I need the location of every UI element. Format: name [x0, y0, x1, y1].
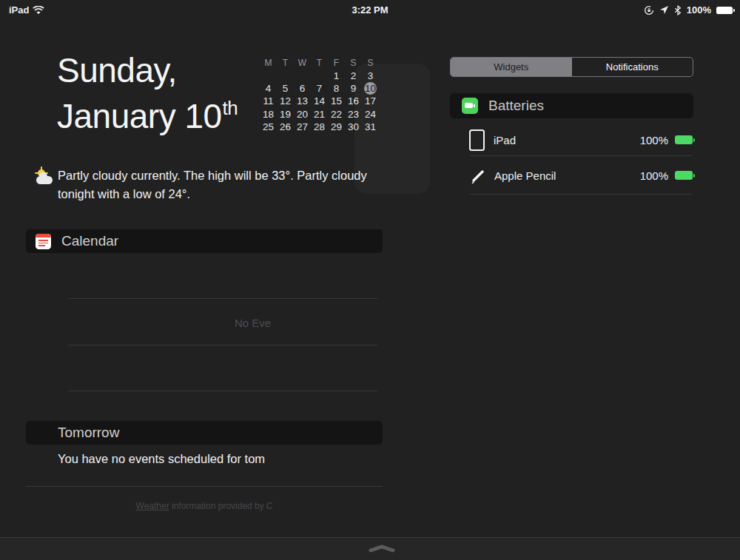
tomorrow-section-header[interactable]: Tomorrow: [26, 421, 383, 445]
calendar-day: 27: [294, 121, 311, 133]
status-time: 3:22 PM: [0, 0, 740, 20]
green-battery-icon: [675, 135, 693, 144]
batteries-widget-header[interactable]: Batteries: [450, 93, 693, 118]
calendar-day: 22: [328, 108, 345, 121]
battery-percent-label: 100%: [687, 4, 711, 16]
calendar-day: 14: [311, 95, 328, 107]
calendar-day: 8: [328, 82, 345, 95]
calendar-day: [277, 69, 294, 81]
calendar-day: 16: [345, 95, 362, 107]
calendar-icon-line: [38, 240, 48, 241]
calendar-day: 29: [328, 121, 345, 133]
weather-summary-line2: tonight with a low of 24°.: [58, 187, 190, 201]
batteries-widget-title: Batteries: [488, 98, 544, 114]
cloud-icon: [36, 176, 53, 184]
orientation-lock-icon: [644, 5, 654, 16]
weather-summary-line1: Partly cloudy currently. The high will b…: [58, 169, 367, 183]
attribution-text: information provided by: [169, 501, 264, 511]
divider: [68, 391, 377, 391]
calendar-icon-strip: [36, 234, 51, 238]
calendar-day: 25: [260, 121, 277, 133]
divider: [68, 298, 377, 299]
calendar-day: 3: [362, 69, 379, 81]
divider: [469, 194, 693, 195]
calendar-day: 4: [260, 82, 277, 95]
divider: [469, 155, 693, 156]
calendar-app-icon: [36, 234, 51, 249]
status-bar: iPad 3:22 PM 100%: [0, 0, 740, 20]
weekday-header: W: [294, 56, 311, 69]
battery-status: 100%: [640, 169, 693, 182]
divider: [26, 486, 383, 487]
calendar-day: 21: [311, 108, 328, 121]
calendar-day: 9: [345, 82, 362, 95]
calendar-widget-title: Calendar: [61, 233, 118, 249]
calendar-day: 15: [328, 95, 345, 107]
tab-notifications[interactable]: Notifications: [572, 58, 693, 76]
tomorrow-message: You have no events scheduled for tomor: [58, 452, 265, 466]
green-battery-icon: [675, 171, 693, 180]
battery-row-apple-pencil: Apple Pencil 100%: [469, 158, 693, 192]
calendar-day: 1: [328, 69, 345, 81]
location-icon: [659, 5, 669, 15]
battery-row-ipad: iPad 100%: [469, 124, 693, 155]
weekday-header: S: [345, 56, 362, 69]
today-date-ordinal: th: [223, 97, 238, 119]
today-notifications-segmented-control: Widgets Notifications: [450, 57, 693, 77]
divider: [68, 345, 377, 345]
calendar-day: [260, 69, 277, 81]
calendar-day: 28: [311, 121, 328, 133]
calendar-day: 2: [345, 69, 362, 81]
weekday-header: M: [260, 56, 277, 69]
calendar-day: 7: [311, 82, 328, 95]
device-name: iPad: [494, 134, 516, 146]
calendar-day: 23: [345, 108, 362, 121]
calendar-widget-header[interactable]: Calendar: [26, 229, 383, 253]
battery-status: 100%: [640, 134, 693, 146]
calendar-day: 6: [294, 82, 311, 95]
battery-percent: 100%: [640, 169, 668, 182]
today-weekday: Sunday,: [57, 50, 177, 90]
tab-widgets[interactable]: Widgets: [451, 58, 572, 76]
no-events-label: No Eve: [235, 317, 271, 329]
notification-center-today-view: iPad 3:22 PM 100% Sunday: [0, 0, 740, 560]
partly-cloudy-icon: [32, 167, 56, 186]
today-date-text: January 10: [57, 97, 222, 135]
calendar-day-selected: 10: [364, 82, 377, 95]
calendar-day: 17: [362, 95, 379, 107]
calendar-day: [311, 69, 328, 81]
calendar-day: 12: [277, 95, 294, 107]
calendar-icon-line: [38, 243, 48, 244]
status-bar-right: 100%: [644, 0, 733, 20]
weather-link[interactable]: Weather: [136, 501, 169, 511]
calendar-day: 11: [260, 95, 277, 107]
calendar-day: 26: [277, 121, 294, 133]
calendar-day: 20: [294, 108, 311, 121]
tomorrow-title: Tomorrow: [58, 425, 119, 441]
calendar-day: 24: [362, 108, 379, 121]
today-date: January 10th: [57, 96, 238, 136]
device-name: Apple Pencil: [494, 169, 556, 182]
batteries-app-icon: [462, 98, 478, 114]
grabber-handle[interactable]: [368, 542, 396, 551]
weekday-header: T: [311, 56, 328, 69]
weather-provider-logo: C: [266, 501, 273, 511]
calendar-day: 30: [345, 121, 362, 133]
calendar-day: 5: [277, 82, 294, 95]
weekday-header: T: [277, 56, 294, 69]
battery-icon: [716, 7, 733, 14]
calendar-icon-line: [38, 245, 45, 246]
calendar-day: 31: [362, 121, 379, 133]
mini-month-calendar: M T W T F S S 1 2 3 4 5 6 7 8 9 10 11 12…: [260, 56, 379, 133]
battery-percent: 100%: [640, 134, 668, 146]
calendar-day: [294, 69, 311, 81]
battery-glyph-nub: [474, 104, 475, 107]
weekday-header: F: [328, 56, 345, 69]
bluetooth-icon: [674, 5, 682, 16]
calendar-day: 18: [260, 108, 277, 121]
pencil-icon: [469, 166, 485, 184]
calendar-day: 19: [277, 108, 294, 121]
battery-glyph: [465, 103, 473, 108]
weekday-header: S: [362, 56, 379, 69]
weather-attribution: Weather information provided byC: [26, 501, 383, 511]
